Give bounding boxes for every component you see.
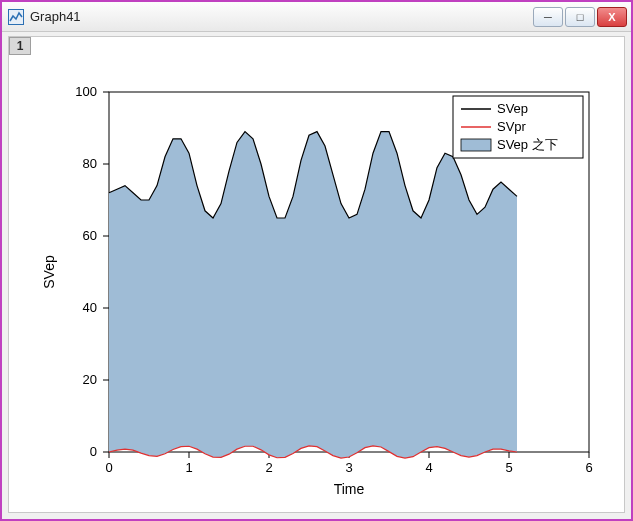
svg-text:1: 1	[185, 460, 192, 475]
minimize-icon: ─	[544, 11, 552, 23]
minimize-button[interactable]: ─	[533, 7, 563, 27]
close-button[interactable]: X	[597, 7, 627, 27]
window-title: Graph41	[30, 9, 533, 24]
svg-text:0: 0	[90, 444, 97, 459]
svg-text:6: 6	[585, 460, 592, 475]
svg-text:40: 40	[83, 300, 97, 315]
svg-text:80: 80	[83, 156, 97, 171]
svg-text:5: 5	[505, 460, 512, 475]
svg-text:4: 4	[425, 460, 432, 475]
svg-text:2: 2	[265, 460, 272, 475]
svg-rect-31	[461, 139, 491, 151]
area-svep-below	[109, 132, 517, 459]
titlebar[interactable]: Graph41 ─ □ X	[2, 2, 631, 32]
svg-text:0: 0	[105, 460, 112, 475]
app-window: Graph41 ─ □ X 1 0123456020406080100TimeS…	[0, 0, 633, 521]
maximize-button[interactable]: □	[565, 7, 595, 27]
svg-text:60: 60	[83, 228, 97, 243]
legend-entry-svpr: SVpr	[497, 119, 527, 134]
svg-text:20: 20	[83, 372, 97, 387]
window-buttons: ─ □ X	[533, 7, 627, 27]
legend-entry-svep: SVep	[497, 101, 528, 116]
svg-text:3: 3	[345, 460, 352, 475]
legend-entry-area: SVep 之下	[497, 137, 558, 152]
y-axis-label: SVep	[41, 255, 57, 289]
maximize-icon: □	[577, 11, 584, 23]
client-area: 1 0123456020406080100TimeSVepSVepSVprSVe…	[8, 36, 625, 513]
graph-app-icon	[8, 9, 24, 25]
chart-plot: 0123456020406080100TimeSVepSVepSVprSVep …	[9, 37, 626, 514]
x-axis-label: Time	[334, 481, 365, 497]
svg-text:100: 100	[75, 84, 97, 99]
svg-rect-1	[9, 10, 23, 24]
close-icon: X	[608, 11, 615, 23]
